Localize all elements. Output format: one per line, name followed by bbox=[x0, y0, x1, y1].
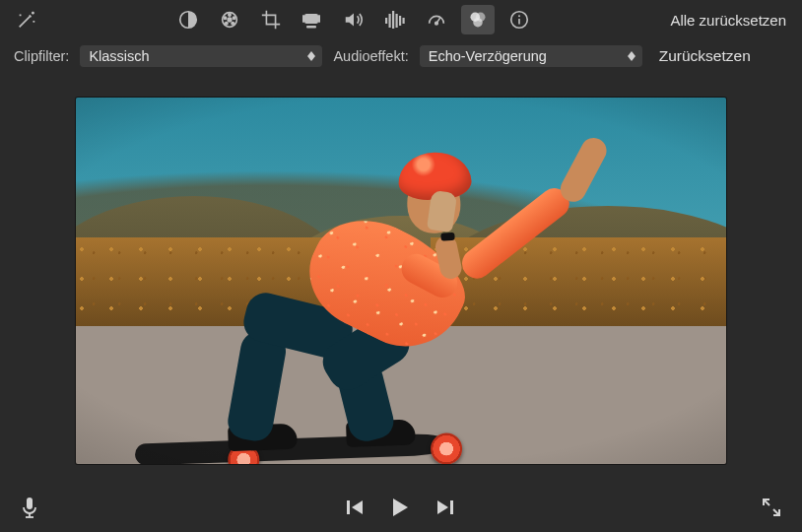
svg-rect-12 bbox=[385, 18, 387, 24]
svg-rect-25 bbox=[347, 500, 350, 514]
chevron-updown-icon bbox=[628, 51, 635, 61]
play-icon[interactable] bbox=[390, 497, 410, 518]
svg-rect-10 bbox=[318, 15, 320, 23]
svg-rect-13 bbox=[389, 14, 391, 28]
adjustments-toolbar: Alle zurücksetzen bbox=[0, 0, 802, 39]
volume-icon[interactable] bbox=[337, 5, 370, 34]
clip-filter-bar: Clipfilter: Klassisch Audioeffekt: Echo-… bbox=[0, 39, 802, 73]
next-frame-icon[interactable] bbox=[435, 499, 455, 516]
svg-rect-26 bbox=[450, 500, 453, 514]
crop-icon[interactable] bbox=[254, 5, 288, 34]
svg-rect-11 bbox=[306, 26, 316, 28]
video-editor-viewer: Alle zurücksetzen Clipfilter: Klassisch … bbox=[0, 0, 802, 532]
svg-point-5 bbox=[232, 22, 234, 24]
svg-rect-16 bbox=[399, 16, 401, 26]
svg-rect-24 bbox=[27, 498, 33, 509]
previous-frame-icon[interactable] bbox=[345, 499, 365, 516]
video-preview[interactable] bbox=[76, 98, 726, 464]
color-balance-icon[interactable] bbox=[171, 5, 205, 34]
magic-wand-icon[interactable] bbox=[10, 5, 43, 34]
svg-rect-9 bbox=[302, 15, 304, 23]
chevron-updown-icon bbox=[307, 51, 315, 61]
svg-rect-17 bbox=[403, 18, 405, 24]
reset-filters-button[interactable]: Zurücksetzen bbox=[653, 47, 755, 65]
info-icon[interactable] bbox=[502, 5, 536, 34]
svg-point-6 bbox=[226, 22, 228, 24]
clipfilter-value: Klassisch bbox=[89, 48, 301, 64]
audioeffect-dropdown[interactable]: Echo-Verzögerung bbox=[419, 44, 643, 68]
svg-rect-14 bbox=[392, 11, 394, 29]
svg-point-2 bbox=[228, 18, 232, 22]
audioeffect-value: Echo-Verzögerung bbox=[429, 48, 622, 64]
microphone-icon[interactable] bbox=[20, 496, 39, 519]
clip-filter-icon[interactable] bbox=[461, 5, 495, 34]
stabilization-icon[interactable] bbox=[296, 5, 329, 34]
color-correction-icon[interactable] bbox=[213, 5, 246, 34]
reset-all-button[interactable]: Alle zurücksetzen bbox=[664, 12, 792, 29]
playback-bar bbox=[0, 483, 802, 532]
audioeffect-label: Audioeffekt: bbox=[333, 48, 408, 64]
preview-area bbox=[0, 73, 802, 483]
clipfilter-label: Clipfilter: bbox=[14, 48, 69, 64]
clipfilter-dropdown[interactable]: Klassisch bbox=[79, 44, 323, 68]
speed-icon[interactable] bbox=[420, 5, 453, 34]
svg-rect-15 bbox=[396, 14, 398, 28]
svg-rect-8 bbox=[304, 14, 318, 24]
svg-point-4 bbox=[234, 17, 235, 19]
svg-point-7 bbox=[224, 17, 226, 19]
svg-point-3 bbox=[229, 14, 231, 16]
noise-reduction-icon[interactable] bbox=[378, 5, 412, 34]
fullscreen-icon[interactable] bbox=[761, 497, 782, 518]
svg-point-21 bbox=[473, 18, 483, 28]
svg-point-23 bbox=[518, 15, 520, 17]
